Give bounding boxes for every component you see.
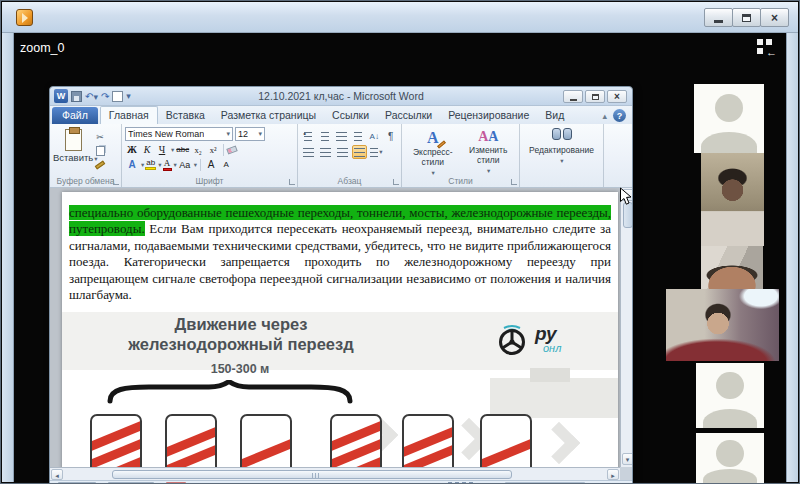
app-icon[interactable] (16, 9, 33, 26)
participant-video[interactable] (701, 246, 763, 289)
line-spacing-button[interactable]: ▾ (369, 145, 384, 159)
minimize-icon (714, 20, 723, 23)
numbering-button[interactable] (318, 129, 333, 143)
grid-square (766, 39, 772, 45)
tab-Рассылки[interactable]: Рассылки (377, 107, 440, 124)
gallery-view-icon[interactable]: ← (757, 39, 776, 56)
format-painter-button[interactable] (93, 159, 107, 171)
shrink-font-button[interactable]: А (219, 158, 233, 171)
font-color-bar (163, 168, 172, 171)
tab-Ссылки[interactable]: Ссылки (324, 107, 377, 124)
underline-button[interactable]: Ч (155, 143, 169, 156)
change-styles-icon: АА (478, 129, 498, 144)
superscript-button[interactable]: x² (206, 143, 220, 156)
numbered-list-icon (321, 132, 329, 141)
word-document-title: 12.10.2021 кл,час - Microsoft Word (50, 90, 632, 102)
word-close-button[interactable]: × (607, 90, 627, 103)
brush-icon (95, 160, 105, 169)
show-marks-button[interactable]: ¶ (384, 129, 399, 143)
logo-text: ру (535, 324, 561, 343)
paste-button[interactable]: Вставить▾ (53, 127, 93, 175)
collapse-ribbon-icon[interactable]: ▴ (602, 111, 607, 121)
align-center-button[interactable] (318, 145, 333, 159)
font-color-button[interactable]: А (163, 159, 172, 171)
multilevel-list-icon (336, 132, 347, 141)
group-label: Стили (402, 176, 519, 186)
tab-Разметка страницы[interactable]: Разметка страницы (213, 107, 324, 124)
avatar-icon (716, 440, 743, 467)
multilevel-list-button[interactable] (334, 129, 349, 143)
change-case-button[interactable]: Аа (178, 158, 192, 171)
line-spacing-icon (370, 148, 378, 157)
font-size-combo[interactable]: 12▾ (235, 127, 265, 141)
participant-video[interactable] (666, 289, 779, 361)
decrease-indent-button[interactable] (351, 129, 366, 143)
crossing-sign-1-stripes (480, 414, 532, 467)
document-page[interactable]: специально оборудованные пешеходные пере… (62, 192, 618, 467)
figure-chevron (538, 422, 580, 464)
align-right-button[interactable] (335, 145, 350, 159)
maximize-icon (742, 14, 751, 22)
word-restore-button[interactable] (585, 90, 605, 103)
find-icon (552, 128, 572, 141)
scroll-right-button[interactable]: ▸ (607, 469, 619, 480)
brace-shape (105, 380, 355, 404)
grow-font-button[interactable]: А (204, 158, 218, 171)
highlight-color-button[interactable]: ab (145, 159, 156, 170)
change-styles-button[interactable]: АА Изменить стили▾ (461, 127, 517, 175)
maximize-button[interactable] (732, 8, 761, 27)
help-icon[interactable]: ? (613, 109, 626, 122)
crossing-sign-2-stripes (165, 414, 217, 467)
copy-button[interactable] (93, 145, 107, 157)
vertical-scrollbar[interactable]: ▴ ▾ (620, 188, 633, 467)
clipboard-group: Вставить▾ ✂ Буфер обмена (50, 124, 122, 187)
align-left-button[interactable] (301, 145, 316, 159)
bullets-button[interactable] (301, 129, 316, 143)
participant-placeholder[interactable] (696, 433, 764, 484)
minimize-button[interactable] (704, 8, 733, 27)
align-left-icon (303, 148, 314, 157)
cut-button[interactable]: ✂ (93, 131, 107, 143)
logo-subtext: онл (543, 343, 561, 354)
crossing-sign-3-stripes (330, 414, 382, 467)
scroll-left-button[interactable]: ◂ (51, 469, 63, 480)
participant-placeholder[interactable] (696, 363, 764, 428)
arrow-left-icon: ← (766, 47, 777, 58)
editing-button[interactable]: Редактирование▾ (523, 128, 600, 165)
bold-button[interactable]: Ж (125, 143, 139, 156)
close-button[interactable]: × (760, 8, 789, 27)
document-area: специально оборудованные пешеходные пере… (50, 188, 620, 467)
strikethrough-button[interactable]: abc (175, 143, 190, 156)
dialog-launcher[interactable] (113, 179, 119, 185)
participant-video[interactable] (701, 153, 764, 246)
dialog-launcher[interactable] (511, 179, 517, 185)
copy-icon (96, 146, 105, 156)
font-group: Times New Roman▾ 12▾ Ж К Ч ▾ abc x₂ x² (122, 124, 298, 187)
driving-school-logo: ру онл (494, 320, 561, 356)
dialog-launcher[interactable] (289, 179, 295, 185)
participant-placeholder[interactable] (694, 84, 764, 153)
justify-button[interactable] (352, 145, 367, 159)
distance-label: 150-300 м (140, 362, 340, 376)
horizontal-scrollbar[interactable]: ◂ ▸ (50, 467, 620, 480)
tab-Главная[interactable]: Главная (100, 106, 158, 124)
window-frame-right (786, 33, 798, 482)
clear-formatting-icon[interactable] (226, 145, 237, 154)
tab-Вставка[interactable]: Вставка (158, 107, 213, 124)
font-family-combo[interactable]: Times New Roman▾ (125, 127, 233, 141)
dialog-launcher[interactable] (393, 179, 399, 185)
word-minimize-button[interactable] (563, 90, 583, 103)
quick-styles-button[interactable]: А Экспресс-стили▾ (405, 127, 461, 175)
sort-button[interactable]: А↓ (367, 129, 382, 143)
subscript-button[interactable]: x₂ (191, 143, 205, 156)
text-effects-button[interactable]: А (125, 158, 139, 171)
scroll-down-button[interactable]: ▾ (622, 453, 634, 465)
horizontal-scroll-thumb[interactable] (112, 470, 512, 479)
tab-Вид[interactable]: Вид (537, 107, 572, 124)
tab-Рецензирование[interactable]: Рецензирование (440, 107, 537, 124)
clipboard-icon (65, 129, 82, 151)
align-right-icon (337, 148, 348, 157)
shared-screen-title: zoom_0 (20, 41, 64, 55)
tab-Файл[interactable]: Файл (52, 107, 98, 124)
italic-button[interactable]: К (140, 143, 154, 156)
